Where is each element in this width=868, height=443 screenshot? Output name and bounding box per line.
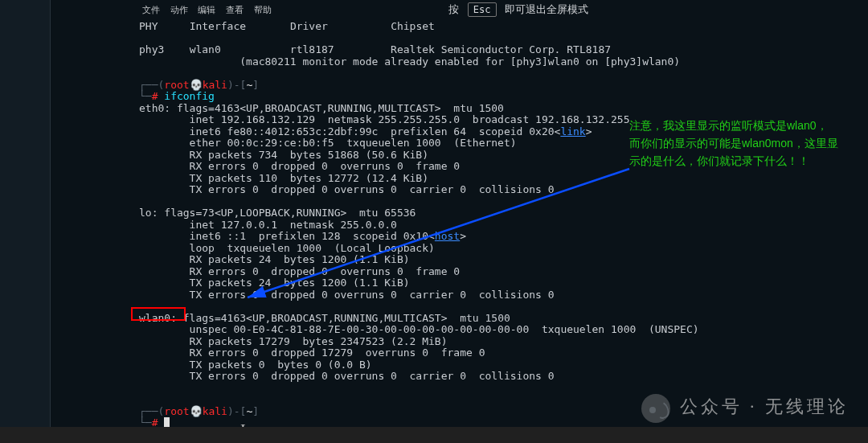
menu-help[interactable]: 帮助	[254, 5, 272, 15]
eth0-l5: RX errors 0 dropped 0 overruns 0 frame 0	[139, 160, 460, 172]
link-scope: link	[560, 125, 585, 137]
monitor-note: (mac80211 monitor mode already enabled f…	[240, 55, 680, 68]
prompt-sigil: #	[152, 90, 158, 102]
eth0-head: eth0: flags=4163<UP,BROADCAST,RUNNING,MU…	[139, 102, 504, 114]
val-iface: wlan0	[190, 43, 221, 55]
annotation-text: 注意，我这里显示的监听模式是wlan0， 而你们的显示的可能是wlan0mon，…	[629, 117, 838, 170]
lo-l4: RX packets 24 bytes 1200 (1.1 KiB)	[139, 253, 410, 265]
host-scope: host	[435, 230, 460, 242]
wlan0-l4: TX packets 0 bytes 0 (0.0 B)	[139, 359, 372, 371]
eth0-l3: ether 00:0c:29:ce:b0:f5 txqueuelen 1000 …	[139, 137, 517, 149]
lo-head: lo: flags=73<UP,LOOPBACK,RUNNING> mtu 65…	[139, 207, 416, 219]
eth0-l4: RX packets 734 bytes 51868 (50.6 KiB)	[139, 149, 428, 161]
menu-view[interactable]: 查看	[226, 5, 244, 15]
prompt-user: root	[164, 79, 189, 91]
menubar: 文件 动作 编辑 查看 帮助	[142, 4, 276, 16]
menu-file[interactable]: 文件	[142, 5, 160, 15]
video-playback-bar[interactable]	[0, 427, 868, 443]
col-iface: Interface	[190, 20, 246, 32]
val-chipset: Realtek Semiconductor Corp. RTL8187	[391, 43, 611, 55]
terminal-output[interactable]: PHY Interface Driver Chipset phy3 wlan0 …	[139, 21, 868, 429]
lo-l3: loop txqueuelen 1000 (Local Loopback)	[139, 242, 435, 254]
prompt-host: kali	[203, 79, 227, 91]
col-chipset: Chipset	[391, 20, 435, 32]
col-phy: PHY	[139, 20, 158, 32]
wlan0-highlight-box	[131, 307, 186, 321]
lo-l7: TX errors 0 dropped 0 overruns 0 carrier…	[139, 289, 555, 301]
lo-l5: RX errors 0 dropped 0 overruns 0 frame 0	[139, 265, 460, 277]
col-driver: Driver	[290, 20, 328, 32]
val-driver: rtl8187	[290, 43, 334, 55]
watermark: 公众号 · 无线理论	[641, 394, 850, 423]
wlan0-l1: unspec 00-E0-4C-81-88-7E-00-30-00-00-00-…	[139, 323, 699, 335]
val-phy: phy3	[139, 43, 164, 55]
terminal-window: 文件 动作 编辑 查看 帮助 按 Esc 即可退出全屏模式 PHY Interf…	[50, 0, 868, 443]
wlan0-l2: RX packets 17279 bytes 2347523 (2.2 MiB)	[139, 335, 448, 347]
menu-edit[interactable]: 编辑	[198, 5, 215, 15]
wlan0-l3: RX errors 0 dropped 17279 overruns 0 fra…	[139, 347, 485, 359]
skull-icon: 💀	[190, 79, 203, 91]
wlan0-rest: flags=4163<UP,BROADCAST,RUNNING,MULTICAS…	[177, 312, 510, 324]
lo-l6: TX packets 24 bytes 1200 (1.1 KiB)	[139, 277, 410, 289]
cmd-ifconfig: ifconfig	[164, 90, 215, 102]
esc-key-icon: Esc	[468, 2, 497, 17]
eth0-l6: TX packets 110 bytes 12772 (12.4 KiB)	[139, 172, 428, 184]
menu-action[interactable]: 动作	[170, 5, 188, 15]
eth0-l1: inet 192.168.132.129 netmask 255.255.255…	[139, 113, 629, 125]
window-left-strip	[0, 0, 50, 443]
lo-l1: inet 127.0.0.1 netmask 255.0.0.0	[139, 219, 397, 231]
fullscreen-hint: 按 Esc 即可退出全屏模式	[448, 2, 588, 17]
wechat-icon	[641, 394, 670, 423]
eth0-l7: TX errors 0 dropped 0 overruns 0 carrier…	[139, 183, 555, 195]
wlan0-l5: TX errors 0 dropped 0 overruns 0 carrier…	[139, 370, 555, 382]
